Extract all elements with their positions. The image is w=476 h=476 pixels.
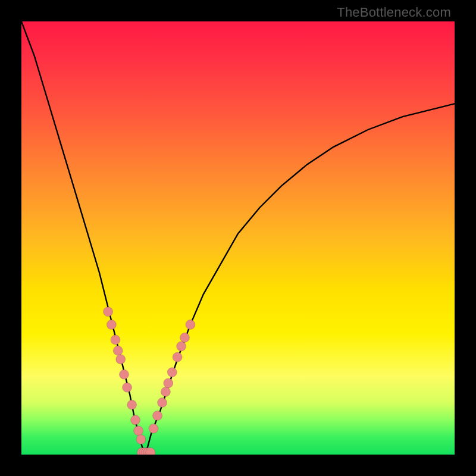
marker-cluster-right [149, 320, 195, 434]
watermark-text: TheBottleneck.com [337, 5, 451, 20]
data-marker [164, 378, 173, 388]
chart-frame: TheBottleneck.com [0, 0, 476, 476]
chart-svg [21, 21, 455, 455]
plot-area [21, 21, 455, 455]
data-marker [116, 355, 126, 364]
data-marker [180, 333, 190, 342]
marker-cluster-left [104, 307, 146, 444]
data-marker [113, 346, 123, 355]
bottleneck-curve [21, 21, 455, 455]
data-marker [158, 398, 167, 408]
data-marker [153, 411, 162, 421]
data-marker [186, 320, 195, 330]
data-marker [134, 426, 143, 436]
data-marker [167, 368, 177, 377]
data-marker [136, 435, 146, 444]
data-marker [107, 320, 116, 330]
data-marker [127, 400, 137, 409]
data-marker [149, 424, 158, 433]
data-marker [177, 342, 186, 351]
data-marker [161, 387, 170, 396]
data-marker [123, 383, 132, 392]
data-marker [173, 352, 182, 362]
data-marker [120, 369, 129, 379]
data-marker [111, 335, 120, 345]
data-marker [104, 307, 113, 317]
data-marker [131, 415, 140, 425]
marker-cluster-bottom [137, 447, 155, 455]
